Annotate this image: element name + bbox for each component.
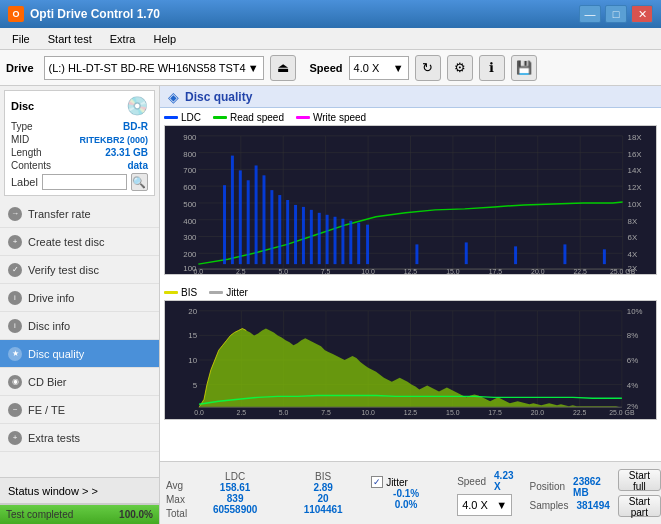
svg-rect-42: [270, 190, 273, 264]
info-button[interactable]: ℹ: [479, 55, 505, 81]
extra-tests-icon: +: [8, 431, 22, 445]
sidebar-item-fe-te[interactable]: ~ FE / TE: [0, 396, 159, 424]
minimize-button[interactable]: —: [579, 5, 601, 23]
eject-button[interactable]: ⏏: [270, 55, 296, 81]
stats-row-labels: Avg Max Total: [166, 465, 187, 521]
svg-text:0.0: 0.0: [194, 268, 204, 275]
maximize-button[interactable]: □: [605, 5, 627, 23]
stats-bis-total: 1104461: [283, 504, 363, 515]
disc-type-value: BD-R: [123, 121, 148, 132]
stats-bar: Avg Max Total LDC 158.61 839 60558900 BI…: [160, 461, 661, 524]
disc-label-row: Label 🔍: [11, 173, 148, 191]
svg-text:10%: 10%: [627, 306, 643, 315]
legend-write-speed: Write speed: [296, 112, 366, 123]
svg-text:20.0: 20.0: [531, 409, 545, 416]
close-button[interactable]: ✕: [631, 5, 653, 23]
svg-rect-45: [294, 205, 297, 264]
settings-button[interactable]: ⚙: [447, 55, 473, 81]
speed-select[interactable]: 4.0 X ▼: [349, 56, 409, 80]
refresh-button[interactable]: ↻: [415, 55, 441, 81]
save-button[interactable]: 💾: [511, 55, 537, 81]
svg-text:300: 300: [183, 233, 197, 242]
disc-mid-row: MID RITEKBR2 (000): [11, 134, 148, 145]
stats-jitter-avg: -0.1%: [371, 488, 441, 499]
svg-text:8X: 8X: [628, 217, 638, 226]
svg-text:2.5: 2.5: [236, 268, 246, 275]
svg-text:2.5: 2.5: [237, 409, 247, 416]
verify-test-disc-icon: ✓: [8, 263, 22, 277]
svg-rect-36: [223, 185, 226, 264]
menu-start-test[interactable]: Start test: [40, 31, 100, 47]
disc-label-label: Label: [11, 176, 38, 188]
svg-text:200: 200: [183, 250, 197, 259]
avg-label: Avg: [166, 479, 187, 493]
start-part-button[interactable]: Start part: [618, 495, 661, 517]
svg-text:15.0: 15.0: [446, 268, 460, 275]
disc-length-value: 23.31 GB: [105, 147, 148, 158]
menu-file[interactable]: File: [4, 31, 38, 47]
menu-extra[interactable]: Extra: [102, 31, 144, 47]
action-buttons: Start full Start part: [618, 469, 661, 517]
menu-help[interactable]: Help: [145, 31, 184, 47]
speed-select-wrapper[interactable]: 4.0 X ▼: [457, 494, 513, 516]
sidebar-item-cd-bier[interactable]: ◉ CD Bier: [0, 368, 159, 396]
svg-text:10X: 10X: [628, 200, 643, 209]
main-layout: Disc 💿 Type BD-R MID RITEKBR2 (000) Leng…: [0, 86, 661, 524]
fe-te-icon: ~: [8, 403, 22, 417]
max-label: Max: [166, 493, 187, 507]
svg-text:800: 800: [183, 150, 197, 159]
svg-rect-46: [302, 207, 305, 264]
svg-text:7.5: 7.5: [321, 409, 331, 416]
stats-ldc-max: 839: [195, 493, 275, 504]
disc-type-row: Type BD-R: [11, 121, 148, 132]
svg-text:25.0 GB: 25.0 GB: [609, 409, 635, 416]
chart1-legend: LDC Read speed Write speed: [164, 112, 657, 123]
disc-length-label: Length: [11, 147, 42, 158]
menu-bar: File Start test Extra Help: [0, 28, 661, 50]
legend-ldc: LDC: [164, 112, 201, 123]
sidebar-item-disc-quality[interactable]: ★ Disc quality: [0, 340, 159, 368]
svg-text:20.0: 20.0: [531, 268, 545, 275]
svg-text:4%: 4%: [627, 380, 638, 389]
disc-quality-header: ◈ Disc quality: [160, 86, 661, 108]
sidebar-item-drive-info[interactable]: i Drive info: [0, 284, 159, 312]
jitter-checkbox-icon: ✓: [371, 476, 383, 488]
svg-text:5.0: 5.0: [279, 409, 289, 416]
sidebar-item-create-test-disc[interactable]: + Create test disc: [0, 228, 159, 256]
svg-text:6X: 6X: [628, 233, 638, 242]
svg-text:10.0: 10.0: [362, 409, 376, 416]
speed-info: Speed 4.23 X 4.0 X ▼: [457, 470, 513, 516]
title-bar: O Opti Drive Control 1.70 — □ ✕: [0, 0, 661, 28]
svg-rect-55: [415, 244, 418, 264]
sidebar-item-extra-tests[interactable]: + Extra tests: [0, 424, 159, 452]
start-full-button[interactable]: Start full: [618, 469, 661, 491]
svg-rect-56: [465, 242, 468, 264]
status-label: Test completed: [6, 509, 73, 520]
jitter-checkbox[interactable]: ✓ Jitter: [371, 476, 441, 488]
drive-select[interactable]: (L:) HL-DT-ST BD-RE WH16NS58 TST4 ▼: [44, 56, 264, 80]
status-window-button[interactable]: Status window > >: [0, 478, 159, 504]
svg-rect-49: [326, 215, 329, 264]
svg-text:400: 400: [183, 217, 197, 226]
chart2-legend: BIS Jitter: [164, 287, 657, 298]
disc-contents-value: data: [127, 160, 148, 171]
sidebar-bottom: Status window > > Test completed 100.0%: [0, 477, 159, 524]
disc-panel: Disc 💿 Type BD-R MID RITEKBR2 (000) Leng…: [4, 90, 155, 196]
stats-jitter-col: ✓ Jitter -0.1% 0.0%: [371, 476, 441, 510]
svg-rect-38: [239, 170, 242, 264]
sidebar-item-transfer-rate[interactable]: → Transfer rate: [0, 200, 159, 228]
svg-text:14X: 14X: [628, 166, 643, 175]
svg-text:12.5: 12.5: [404, 409, 418, 416]
sidebar-item-verify-test-disc[interactable]: ✓ Verify test disc: [0, 256, 159, 284]
sidebar-item-disc-info[interactable]: i Disc info: [0, 312, 159, 340]
svg-rect-40: [255, 165, 258, 264]
svg-text:5.0: 5.0: [278, 268, 288, 275]
svg-rect-53: [357, 223, 360, 264]
samples-row: Samples 381494: [530, 500, 610, 511]
position-info: Position 23862 MB Samples 381494: [530, 476, 610, 511]
disc-label-search-button[interactable]: 🔍: [131, 173, 148, 191]
disc-label-input[interactable]: [42, 174, 127, 190]
svg-rect-50: [334, 217, 337, 264]
speed-dropdown[interactable]: 4.0 X ▼: [457, 494, 512, 516]
legend-jitter: Jitter: [209, 287, 248, 298]
